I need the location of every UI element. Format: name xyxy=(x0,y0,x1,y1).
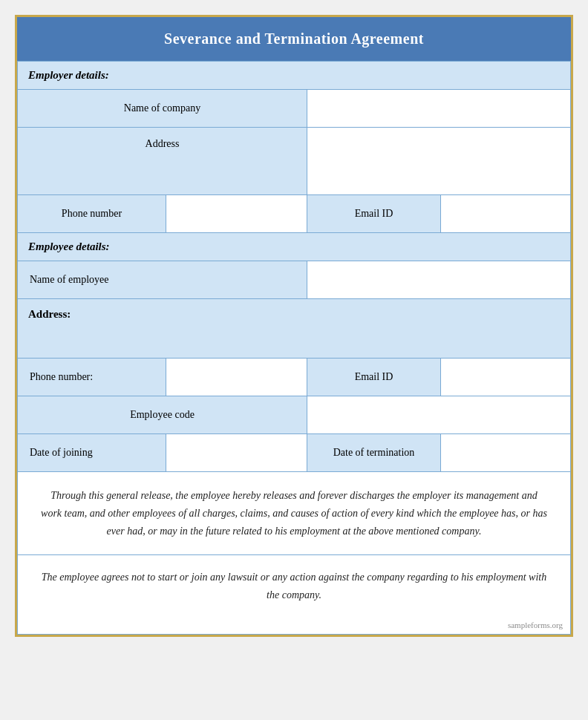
company-name-row: Name of company xyxy=(18,90,570,128)
employee-code-label: Employee code xyxy=(18,396,307,433)
employer-phone-email-row: Phone number Email ID xyxy=(18,195,570,233)
employee-name-input[interactable] xyxy=(307,261,570,298)
date-joining-label: Date of joining xyxy=(18,434,166,471)
employer-phone-input[interactable] xyxy=(166,195,307,232)
employee-email-input[interactable] xyxy=(441,359,570,396)
employer-email-label: Email ID xyxy=(307,195,441,232)
date-termination-label: Date of termination xyxy=(307,434,441,471)
employee-phone-input[interactable] xyxy=(166,359,307,396)
form-title: Severance and Termination Agreement xyxy=(17,17,571,61)
employee-address-label: Address: xyxy=(28,308,71,321)
watermark: sampleforms.org xyxy=(18,618,570,634)
employer-email-input[interactable] xyxy=(441,195,570,232)
employee-phone-email-row: Phone number: Email ID xyxy=(18,359,570,396)
employee-code-row: Employee code xyxy=(18,396,570,434)
employee-address-block: Address: xyxy=(18,299,570,359)
dates-row: Date of joining Date of termination xyxy=(18,434,570,472)
form-body: Employer details: Name of company Addres… xyxy=(17,61,571,635)
employer-phone-label: Phone number xyxy=(18,195,166,232)
company-name-label: Name of company xyxy=(18,90,307,127)
date-termination-input[interactable] xyxy=(441,434,570,471)
form-container: Severance and Termination Agreement Empl… xyxy=(15,15,573,637)
employee-phone-label: Phone number: xyxy=(18,359,166,396)
company-name-input[interactable] xyxy=(307,90,570,127)
employee-name-row: Name of employee xyxy=(18,261,570,299)
employer-address-label: Address xyxy=(18,128,307,194)
paragraph1: Through this general release, the employ… xyxy=(18,472,570,555)
employer-address-input[interactable] xyxy=(307,128,570,194)
employee-code-input[interactable] xyxy=(307,396,570,433)
date-joining-input[interactable] xyxy=(166,434,307,471)
employee-section-header: Employee details: xyxy=(18,233,570,261)
employer-address-row: Address xyxy=(18,128,570,195)
employee-name-label: Name of employee xyxy=(18,261,307,298)
employer-section-header: Employer details: xyxy=(18,62,570,90)
paragraph2: The employee agrees not to start or join… xyxy=(18,555,570,618)
employee-email-label: Email ID xyxy=(307,359,441,396)
